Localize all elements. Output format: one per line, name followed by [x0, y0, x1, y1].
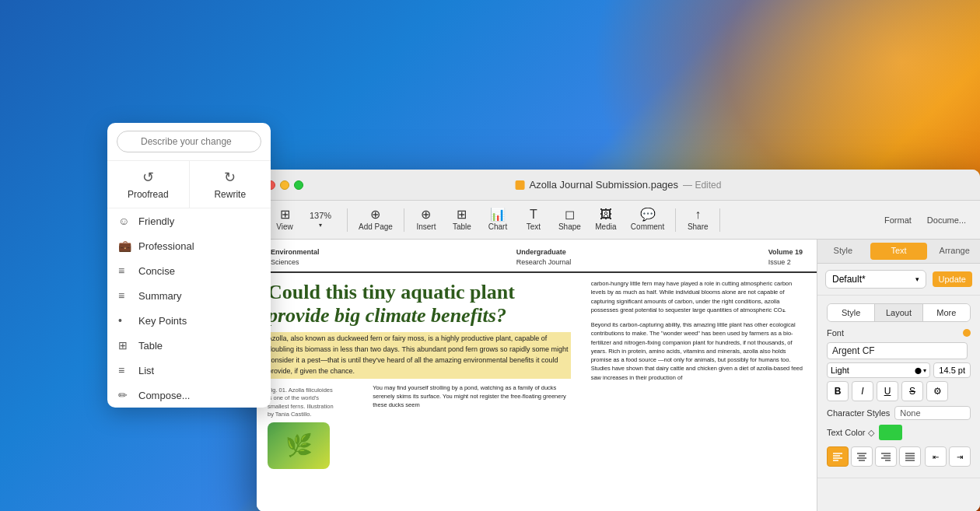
document-tab-button[interactable]: Docume... [919, 212, 974, 228]
underline-button[interactable]: U [877, 381, 898, 401]
text-color-label: Text Color ◇ [827, 428, 874, 438]
add-page-icon: ⊕ [370, 208, 380, 221]
share-button[interactable]: ↑ Share [681, 205, 715, 234]
file-icon [516, 180, 525, 190]
menu-item-professional[interactable]: 💼 Professional [107, 233, 271, 258]
add-page-button[interactable]: ⊕ Add Page [352, 205, 399, 234]
outdent-button[interactable]: ⇤ [925, 446, 947, 467]
format-tab-button[interactable]: Format [877, 212, 919, 228]
menu-item-compose[interactable]: ✏ Compose... [107, 383, 271, 408]
floating-ai-panel: ✦ ↺ Proofread ↻ Rewrite ☺ Friendly 💼 Pro… [107, 123, 271, 408]
menu-item-summary[interactable]: ≡ Summary [107, 283, 271, 308]
view-icon: ⊞ [280, 208, 290, 221]
title-bar: Azolla Journal Submission.pages — Edited [257, 170, 980, 201]
comment-icon: 💬 [640, 208, 656, 221]
menu-item-friendly[interactable]: ☺ Friendly [107, 208, 271, 233]
doc-main-column: Could this tiny aquatic plant provide bi… [257, 273, 582, 502]
align-center-button[interactable] [851, 446, 873, 467]
indent-button[interactable]: ⇥ [949, 446, 971, 467]
article-highlight[interactable]: Azolla, also known as duckweed fern or f… [268, 332, 571, 379]
edited-indicator: — Edited [683, 180, 721, 191]
rewrite-icon: ↻ [224, 169, 236, 186]
weight-chevron: ⬤ [915, 367, 922, 374]
more-format-button[interactable]: ⚙ [926, 381, 948, 401]
style-layout-more-buttons: Style Layout More [827, 303, 971, 322]
fullscreen-button[interactable] [294, 180, 303, 190]
tab-style[interactable]: Style [817, 240, 869, 263]
concise-icon: ≡ [118, 264, 131, 277]
menu-item-table[interactable]: ⊞ Table [107, 333, 271, 358]
window-title-area: Azolla Journal Submission.pages — Edited [516, 179, 722, 191]
style-layout-section: Style Layout More Font Argent CF Light [817, 296, 980, 478]
char-styles-row: Character Styles None [827, 406, 971, 420]
tab-arrange[interactable]: Arrange [929, 240, 980, 263]
header-col-1: Environmental Sciences [271, 247, 320, 267]
weight-chevron-arrow: ▾ [923, 367, 926, 374]
article-title: Could this tiny aquatic plant provide bi… [268, 281, 571, 327]
default-selector[interactable]: Default* ▾ [825, 270, 926, 289]
font-weight-selector[interactable]: Light ⬤ ▾ [827, 362, 930, 378]
fp-menu-list: ☺ Friendly 💼 Professional ≡ Concise ≡ Su… [107, 208, 271, 408]
chart-icon: 📊 [490, 208, 506, 221]
toolbar-divider-4 [719, 208, 720, 232]
menu-item-list[interactable]: ≡ List [107, 358, 271, 383]
font-name-selector[interactable]: Argent CF [827, 342, 968, 359]
text-color-diamond-icon: ◇ [868, 428, 874, 437]
zoom-button[interactable]: 137% ▾ [303, 209, 338, 230]
key-points-icon: • [118, 314, 131, 327]
toolbar-divider-3 [675, 208, 676, 232]
font-size-input[interactable]: 14.5 pt [933, 362, 971, 378]
view-button[interactable]: ⊞ View [268, 205, 302, 234]
pages-window: Azolla Journal Submission.pages — Edited… [257, 170, 980, 511]
menu-item-concise[interactable]: ≡ Concise [107, 258, 271, 283]
text-button[interactable]: T Text [516, 205, 551, 234]
align-left-button[interactable] [827, 446, 849, 467]
header-col-3: Volume 19 Issue 2 [768, 247, 803, 267]
align-right-button[interactable] [875, 446, 897, 467]
fp-input-header: ✦ [107, 123, 271, 161]
format-buttons-row: B I U S ⚙ [827, 381, 971, 401]
header-col-2: Undergraduate Research Journal [516, 247, 572, 267]
describe-change-input[interactable] [117, 131, 261, 152]
traffic-lights [266, 180, 303, 190]
zoom-value: 137% [310, 211, 331, 220]
rewrite-button[interactable]: ↻ Rewrite [190, 161, 271, 208]
shape-button[interactable]: ◻ Shape [552, 205, 587, 234]
professional-icon: 💼 [118, 240, 131, 252]
right-panel: Style Text Arrange Default* ▾ Update Sty… [817, 240, 980, 511]
tab-text[interactable]: Text [870, 243, 928, 260]
fp-input-wrap: ✦ [117, 131, 261, 152]
proofread-button[interactable]: ↺ Proofread [107, 161, 190, 208]
media-icon: 🖼 [600, 208, 612, 221]
layout-button[interactable]: Layout [875, 304, 922, 321]
table-button[interactable]: ⊞ Table [445, 205, 479, 234]
minimize-button[interactable] [280, 180, 289, 190]
strikethrough-button[interactable]: S [901, 381, 923, 401]
chart-button[interactable]: 📊 Chart [481, 205, 515, 234]
update-button[interactable]: Update [933, 271, 972, 287]
style-button[interactable]: Style [828, 304, 875, 321]
bottom-text: You may find yourself strolling by a pon… [373, 383, 570, 410]
align-justify-button[interactable] [899, 446, 921, 467]
figure-caption: Fig. 01. Azolla filiculoides is one of t… [268, 387, 366, 419]
plant-illustration: 🌿 [268, 422, 330, 469]
media-button[interactable]: 🖼 Media [589, 205, 623, 234]
friendly-icon: ☺ [118, 215, 131, 227]
alignment-row: ⇤ ⇥ [827, 446, 971, 467]
document-header: Environmental Sciences Undergraduate Res… [257, 240, 817, 273]
more-button[interactable]: More [923, 304, 970, 321]
indent-buttons: ⇤ ⇥ [925, 446, 971, 467]
bold-button[interactable]: B [827, 381, 849, 401]
comment-button[interactable]: 💬 Comment [625, 205, 670, 234]
insert-button[interactable]: ⊕ Insert [409, 205, 443, 234]
text-color-swatch[interactable] [879, 425, 902, 440]
font-weight-size-row: Light ⬤ ▾ 14.5 pt [827, 362, 971, 378]
menu-item-key-points[interactable]: • Key Points [107, 308, 271, 333]
font-label-row: Font [827, 328, 971, 338]
shape-icon: ◻ [565, 208, 575, 221]
toolbar: ⊞ View 137% ▾ ⊕ Add Page ⊕ Insert ⊞ Tabl… [257, 201, 980, 240]
italic-button[interactable]: I [852, 381, 873, 401]
proofread-icon: ↺ [142, 169, 154, 186]
char-styles-selector[interactable]: None [894, 406, 971, 420]
doc-sidebar-column: carbon-hungry little fern may have playe… [582, 273, 817, 502]
